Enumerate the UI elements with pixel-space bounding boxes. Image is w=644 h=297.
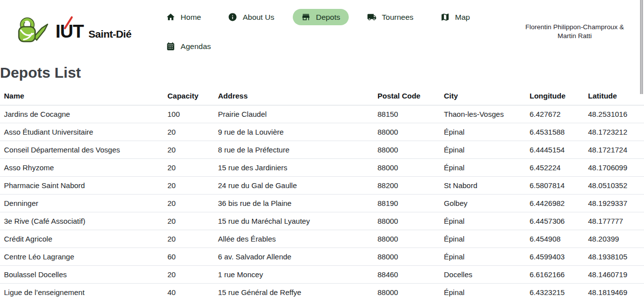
cell-city: Épinal [440, 141, 526, 159]
table-row: Ligue de l’enseignement4015 rue Général … [0, 284, 644, 297]
app-header: IUT Saint-Dié HomeAbout UsDepotsTournees… [0, 0, 644, 63]
scrollbar-thumb[interactable] [640, 0, 643, 94]
cell-longitude: 6.4531588 [526, 123, 584, 141]
cell-city: Golbey [440, 195, 526, 212]
cell-address: 8 rue de la Préfecture [214, 141, 374, 159]
cell-latitude: 48.1938105 [584, 248, 644, 266]
cell-latitude: 48.2531016 [584, 105, 644, 123]
cell-postal-code: 88000 [374, 248, 440, 266]
nav-item-home[interactable]: Home [158, 9, 210, 25]
cell-longitude: 6.427672 [526, 105, 584, 123]
cell-capacity: 100 [163, 105, 214, 123]
cell-name: Denninger [0, 195, 163, 212]
logo[interactable]: IUT Saint-Dié [17, 17, 131, 46]
nav-item-depots[interactable]: Depots [293, 9, 349, 25]
cell-city: Docelles [440, 266, 526, 284]
table-row: Denninger2036 bis rue de la Plaine88190G… [0, 195, 644, 212]
cell-longitude: 6.5807814 [526, 177, 584, 195]
nav-item-about-us[interactable]: About Us [219, 9, 283, 25]
page-title: Depots List [0, 64, 644, 81]
cell-name: Asso Étudiant Universitaire [0, 123, 163, 141]
cell-name: Crédit Agricole [0, 230, 163, 248]
map-icon [440, 12, 450, 22]
calendar-icon [166, 42, 175, 51]
cell-city: Thaon-les-Vosges [440, 105, 526, 123]
cell-latitude: 48.1460719 [584, 266, 644, 284]
cell-latitude: 48.1721724 [584, 141, 644, 159]
nav-item-agendas[interactable]: Agendas [158, 38, 219, 54]
cell-name: Conseil Départemental des Vosges [0, 141, 163, 159]
table-row: Centre Léo Lagrange606 av. Salvador Alle… [0, 248, 644, 266]
table-row: Conseil Départemental des Vosges208 rue … [0, 141, 644, 159]
cell-latitude: 48.1723212 [584, 123, 644, 141]
cell-address: 24 rue du Gal de Gaulle [214, 177, 374, 195]
cell-longitude: 6.454908 [526, 230, 584, 248]
cell-postal-code: 88000 [374, 230, 440, 248]
cell-latitude: 48.20399 [584, 230, 644, 248]
cell-capacity: 20 [163, 141, 214, 159]
home-icon [166, 12, 175, 22]
info-icon [228, 12, 237, 22]
cell-postal-code: 88000 [374, 123, 440, 141]
cell-name: Jardins de Cocagne [0, 105, 163, 123]
cell-address: 6 av. Salvador Allende [214, 248, 374, 266]
scrollbar-track[interactable] [640, 0, 644, 297]
cell-city: Épinal [440, 212, 526, 230]
cell-address: 15 rue du Maréchal Lyautey [214, 212, 374, 230]
logo-text: IUT Saint-Dié [55, 21, 131, 42]
cell-longitude: 6.4426982 [526, 195, 584, 212]
table-row: 3e Rive (Café Associatif)2015 rue du Mar… [0, 212, 644, 230]
cell-latitude: 48.1819469 [584, 284, 644, 297]
column-header-capacity: Capacity [163, 87, 214, 105]
cell-name: 3e Rive (Café Associatif) [0, 212, 163, 230]
cell-postal-code: 88200 [374, 177, 440, 195]
table-row: Asso Rhyzome2015 rue des Jardiniers88000… [0, 159, 644, 177]
nav-item-tournees[interactable]: Tournees [359, 9, 422, 25]
main-nav: HomeAbout UsDepotsTourneesMapAgendas [131, 9, 520, 54]
nav-item-label: Map [455, 13, 470, 22]
logo-iut-label: IUT [55, 21, 84, 42]
cell-city: St Nabord [440, 177, 526, 195]
cell-address: Prairie Claudel [214, 105, 374, 123]
cell-name: Asso Rhyzome [0, 159, 163, 177]
cell-address: 15 rue des Jardiniers [214, 159, 374, 177]
column-header-city: City [440, 87, 526, 105]
cell-capacity: 20 [163, 230, 214, 248]
table-header-row: NameCapacityAddressPostal CodeCityLongit… [0, 87, 644, 105]
cell-postal-code: 88000 [374, 159, 440, 177]
cell-postal-code: 88000 [374, 212, 440, 230]
cell-address: 1 rue Moncey [214, 266, 374, 284]
depots-table: NameCapacityAddressPostal CodeCityLongit… [0, 87, 644, 297]
nav-item-label: About Us [243, 13, 274, 22]
cell-longitude: 6.4457306 [526, 212, 584, 230]
cell-name: Centre Léo Lagrange [0, 248, 163, 266]
cell-longitude: 6.4445154 [526, 141, 584, 159]
main-content: Depots List NameCapacityAddressPostal Co… [0, 64, 644, 297]
truck-icon [367, 12, 376, 22]
cell-postal-code: 88460 [374, 266, 440, 284]
cell-capacity: 20 [163, 266, 214, 284]
cell-address: 15 rue Général de Reffye [214, 284, 374, 297]
table-row: Boulassel Docelles201 rue Moncey88460Doc… [0, 266, 644, 284]
logo-subtitle: Saint-Dié [89, 28, 132, 40]
authors-credit: Florentin Philippon-Champroux & Martin R… [520, 23, 629, 40]
nav-item-label: Home [181, 13, 201, 22]
table-row: Pharmacie Saint Nabord2024 rue du Gal de… [0, 177, 644, 195]
cell-city: Épinal [440, 123, 526, 141]
column-header-latitude: Latitude [584, 87, 644, 105]
cell-capacity: 20 [163, 123, 214, 141]
cell-longitude: 6.6162166 [526, 266, 584, 284]
nav-item-label: Agendas [181, 42, 211, 51]
cell-name: Ligue de l’enseignement [0, 284, 163, 297]
cell-longitude: 6.4323215 [526, 284, 584, 297]
cell-longitude: 6.452224 [526, 159, 584, 177]
table-row: Crédit Agricole20Allée des Érables88000É… [0, 230, 644, 248]
nav-item-label: Depots [316, 13, 340, 22]
table-row: Jardins de Cocagne100Prairie Claudel8815… [0, 105, 644, 123]
cell-latitude: 48.1706099 [584, 159, 644, 177]
cell-address: 36 bis rue de la Plaine [214, 195, 374, 212]
cell-latitude: 48.177777 [584, 212, 644, 230]
table-row: Asso Étudiant Universitaire209 rue de la… [0, 123, 644, 141]
nav-item-map[interactable]: Map [432, 9, 479, 25]
cell-address: Allée des Érables [214, 230, 374, 248]
